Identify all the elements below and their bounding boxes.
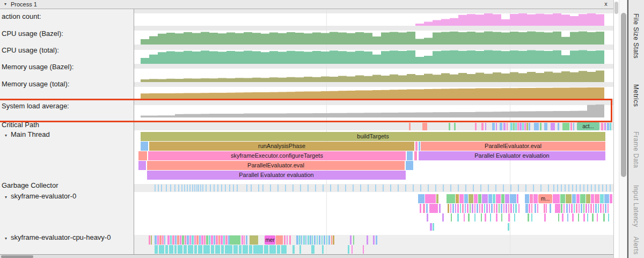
trace-event-tick[interactable] [519,123,522,130]
trace-event-tick[interactable] [155,235,157,245]
gc-event-tick[interactable] [360,185,361,191]
trace-span[interactable]: buildTargets [141,132,605,141]
trace-event-tick[interactable] [528,213,529,222]
counter-chart[interactable] [141,101,604,117]
counter-chart[interactable] [141,83,604,99]
gc-event-tick[interactable] [540,185,541,191]
gc-event-tick[interactable] [170,185,171,191]
trace-event-tick[interactable] [586,204,587,213]
trace-event-tick[interactable] [353,235,354,245]
trace-event-tick[interactable] [198,245,202,254]
trace-event-tick[interactable] [211,235,213,245]
gc-event-tick[interactable] [368,185,369,191]
trace-event-tick[interactable] [451,213,452,222]
trace-span[interactable]: ParallelEvaluator.eval [147,161,405,170]
trace-event-tick[interactable] [425,194,436,203]
trace-event-tick[interactable] [470,204,471,213]
trace-event-tick[interactable] [573,123,574,130]
gc-event-tick[interactable] [210,185,211,191]
trace-event-tick[interactable] [167,235,170,245]
trace-event-tick[interactable] [169,245,173,254]
trace-event-tick[interactable] [601,123,603,130]
trace-event-tick[interactable] [310,235,311,245]
gc-event-tick[interactable] [330,185,331,191]
trace-event-tick[interactable] [591,194,594,203]
trace-event-tick[interactable] [450,204,451,213]
trace-event-tick[interactable] [350,235,352,245]
horizontal-scrollbar[interactable] [0,254,613,258]
trace-event-tick[interactable] [485,123,486,130]
trace-event-tick[interactable] [184,245,187,254]
trace-event-tick[interactable] [566,194,572,203]
trace-event-tick[interactable] [429,204,438,213]
trace-event-tick[interactable] [276,235,283,245]
trace-event-tick[interactable] [553,194,560,203]
trace-event-tick[interactable] [317,235,318,245]
trace-span[interactable] [407,151,413,160]
gc-event-tick[interactable] [174,185,175,191]
trace-event-tick[interactable] [164,235,165,245]
trace-event-tick[interactable] [607,123,609,130]
trace-event-tick[interactable] [600,194,604,203]
trace-event-tick[interactable] [600,204,602,213]
trace-event-tick[interactable] [496,213,497,222]
gc-event-tick[interactable] [587,185,588,191]
trace-event-tick[interactable] [305,235,306,245]
trace-event-tick[interactable] [478,194,481,203]
gc-event-tick[interactable] [338,185,339,191]
trace-span[interactable] [414,151,417,160]
trace-event-tick[interactable] [530,194,533,203]
trace-event-tick[interactable] [558,213,559,222]
gc-event-tick[interactable] [285,185,286,191]
trace-event-tick-labeled[interactable]: mer [265,235,275,245]
counter-chart[interactable] [141,64,604,82]
trace-event-tick[interactable] [595,194,599,203]
trace-event-tick[interactable] [221,245,224,254]
trace-event-tick[interactable] [531,213,532,222]
gc-event-tick[interactable] [610,185,611,191]
trace-event-tick[interactable] [203,245,210,254]
trace-event-tick[interactable] [564,204,565,213]
trace-event-tick[interactable] [474,213,475,222]
trace-event-tick[interactable] [322,245,324,254]
trace-event-tick[interactable] [216,235,218,245]
trace-event-tick[interactable] [494,204,495,213]
trace-event-tick[interactable] [314,235,316,245]
trace-event-tick[interactable] [373,235,375,245]
trace-event-tick[interactable] [592,213,594,222]
gc-event-tick[interactable] [580,185,581,191]
trace-event-tick[interactable] [572,213,574,222]
trace-event-tick[interactable] [610,123,611,130]
trace-event-tick[interactable] [517,123,519,130]
process-header[interactable]: ▾ Process 1 x [0,0,613,9]
gc-event-tick[interactable] [598,185,599,191]
trace-span[interactable] [415,142,418,151]
trace-event-tick[interactable] [475,123,477,130]
gc-event-tick[interactable] [258,185,259,191]
gc-event-tick[interactable] [246,185,247,191]
trace-event-tick[interactable] [301,235,302,245]
trace-event-tick[interactable] [485,213,486,222]
trace-event-tick-labeled[interactable]: m... [538,194,552,203]
trace-event-tick[interactable] [249,245,252,254]
trace-span[interactable]: ParallelEvaluator.eval [421,142,605,151]
trace-event-tick[interactable] [522,123,524,130]
gc-event-tick[interactable] [206,185,207,191]
gc-event-tick[interactable] [488,185,489,191]
trace-event-tick[interactable] [544,123,547,130]
trace-event-tick[interactable] [299,235,301,245]
gc-event-tick[interactable] [221,185,222,191]
trace-event-tick[interactable] [241,235,243,245]
trace-event-tick[interactable] [579,204,580,213]
gc-event-tick[interactable] [473,185,474,191]
gc-event-tick[interactable] [413,185,414,191]
trace-event-tick[interactable] [269,245,276,254]
trace-event-tick[interactable] [531,204,532,213]
trace-event-tick[interactable] [363,245,364,254]
side-tab-file-size-stats[interactable]: File Size Stats [632,13,640,58]
trace-event-tick[interactable] [540,123,541,130]
gc-event-tick[interactable] [229,185,230,191]
gc-event-tick[interactable] [225,185,226,191]
trace-event-tick[interactable] [467,204,469,213]
trace-event-tick[interactable] [449,123,450,130]
